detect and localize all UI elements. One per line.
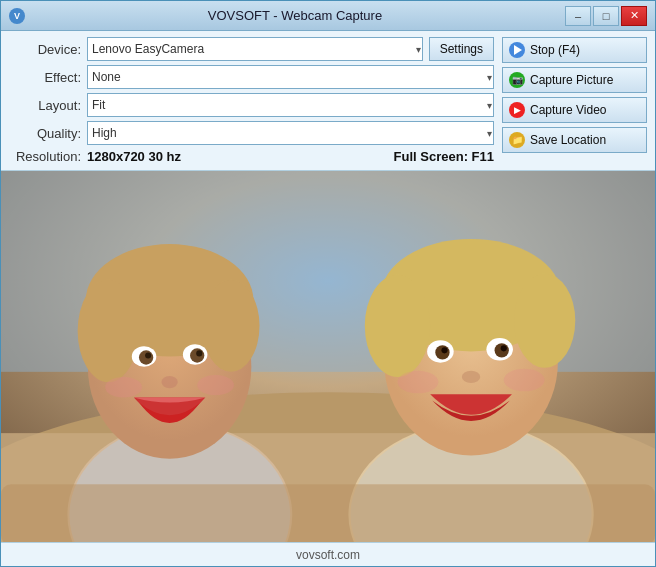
titlebar-controls: – □ ✕ xyxy=(565,6,647,26)
stop-icon xyxy=(509,42,525,58)
quality-select[interactable]: High xyxy=(87,121,494,145)
svg-point-8 xyxy=(78,280,139,382)
svg-rect-34 xyxy=(1,484,655,542)
statusbar-url: vovsoft.com xyxy=(296,548,360,562)
statusbar: vovsoft.com xyxy=(1,542,655,566)
effect-label: Effect: xyxy=(9,70,81,85)
layout-label: Layout: xyxy=(9,98,81,113)
svg-point-32 xyxy=(397,371,438,393)
resolution-value: 1280x720 30 hz xyxy=(87,149,181,164)
capture-video-label: Capture Video xyxy=(530,103,607,117)
webcam-area xyxy=(1,171,655,542)
video-icon: ▶ xyxy=(509,102,525,118)
quality-label: Quality: xyxy=(9,126,81,141)
stop-triangle-icon xyxy=(514,45,522,55)
webcam-feed xyxy=(1,171,655,542)
capture-video-button[interactable]: ▶ Capture Video xyxy=(502,97,647,123)
device-label: Device: xyxy=(9,42,81,57)
save-location-label: Save Location xyxy=(530,133,606,147)
layout-select[interactable]: Fit xyxy=(87,93,494,117)
svg-point-31 xyxy=(462,371,480,383)
main-window: V VOVSOFT - Webcam Capture – □ ✕ Device:… xyxy=(0,0,656,567)
effect-select[interactable]: None xyxy=(87,65,494,89)
device-row: Device: Lenovo EasyCamera ▾ Settings xyxy=(9,37,494,61)
device-select-wrapper: Lenovo EasyCamera ▾ xyxy=(87,37,423,61)
maximize-button[interactable]: □ xyxy=(593,6,619,26)
svg-point-9 xyxy=(202,280,259,372)
quality-row: Quality: High ▾ xyxy=(9,121,494,145)
camera-icon: 📷 xyxy=(509,72,525,88)
form-fields: Device: Lenovo EasyCamera ▾ Settings Eff… xyxy=(9,37,494,164)
app-icon: V xyxy=(9,8,25,24)
titlebar: V VOVSOFT - Webcam Capture – □ ✕ xyxy=(1,1,655,31)
svg-point-15 xyxy=(196,350,202,356)
svg-point-30 xyxy=(501,345,507,351)
svg-point-23 xyxy=(365,275,430,377)
svg-point-33 xyxy=(504,369,545,391)
svg-point-18 xyxy=(197,375,234,395)
folder-icon: 📁 xyxy=(509,132,525,148)
stop-button[interactable]: Stop (F4) xyxy=(502,37,647,63)
save-location-button[interactable]: 📁 Save Location xyxy=(502,127,647,153)
svg-point-24 xyxy=(514,274,575,368)
stop-label: Stop (F4) xyxy=(530,43,580,57)
controls-area: Device: Lenovo EasyCamera ▾ Settings Eff… xyxy=(1,31,655,171)
window-title: VOVSOFT - Webcam Capture xyxy=(25,8,565,23)
resolution-row: Resolution: 1280x720 30 hz Full Screen: … xyxy=(9,149,494,164)
settings-button[interactable]: Settings xyxy=(429,37,494,61)
minimize-button[interactable]: – xyxy=(565,6,591,26)
close-button[interactable]: ✕ xyxy=(621,6,647,26)
effect-row: Effect: None ▾ xyxy=(9,65,494,89)
layout-row: Layout: Fit ▾ xyxy=(9,93,494,117)
capture-picture-button[interactable]: 📷 Capture Picture xyxy=(502,67,647,93)
quality-select-wrapper: High ▾ xyxy=(87,121,494,145)
resolution-label: Resolution: xyxy=(9,149,81,164)
device-select[interactable]: Lenovo EasyCamera xyxy=(87,37,423,61)
svg-point-16 xyxy=(161,376,177,388)
layout-select-wrapper: Fit ▾ xyxy=(87,93,494,117)
capture-picture-label: Capture Picture xyxy=(530,73,613,87)
svg-point-17 xyxy=(105,377,142,397)
effect-select-wrapper: None ▾ xyxy=(87,65,494,89)
svg-point-14 xyxy=(145,352,151,358)
action-buttons: Stop (F4) 📷 Capture Picture ▶ Capture Vi… xyxy=(502,37,647,164)
fullscreen-label: Full Screen: F11 xyxy=(394,149,494,164)
svg-point-29 xyxy=(441,347,447,353)
